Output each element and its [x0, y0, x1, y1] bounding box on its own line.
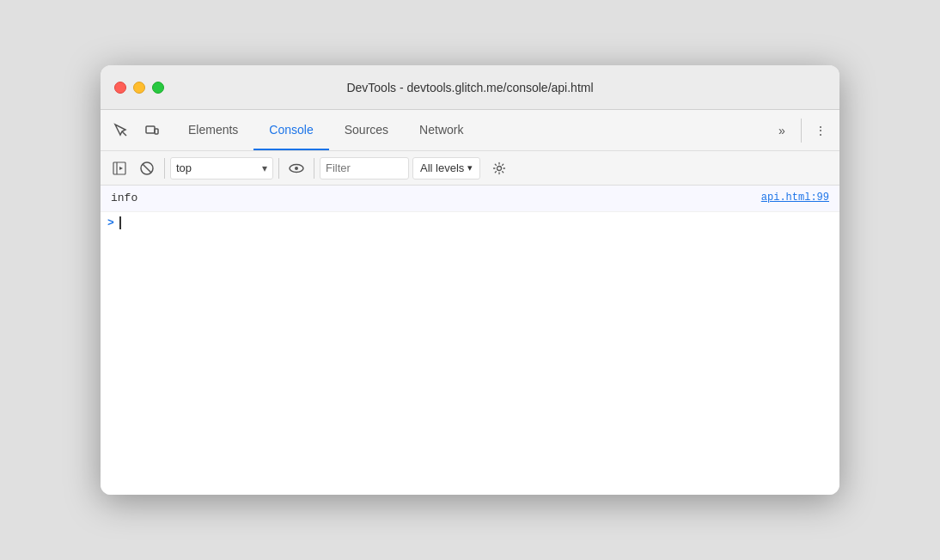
- console-settings-button[interactable]: [487, 156, 511, 180]
- tab-sources[interactable]: Sources: [329, 110, 404, 150]
- tabbar-right: » ⋮: [770, 119, 833, 143]
- filter-input-wrap[interactable]: [320, 157, 409, 180]
- console-prompt-icon: >: [107, 216, 114, 229]
- maximize-button[interactable]: [152, 82, 164, 94]
- context-label: top: [176, 161, 259, 174]
- tab-console[interactable]: Console: [253, 110, 328, 150]
- console-input-row[interactable]: >: [101, 212, 839, 234]
- traffic-lights: [114, 82, 164, 94]
- devtools-icons: [107, 117, 166, 144]
- svg-rect-2: [155, 129, 158, 134]
- tab-network[interactable]: Network: [404, 110, 479, 150]
- toolbar-divider-2: [278, 158, 279, 179]
- svg-line-7: [143, 164, 151, 173]
- devtools-window: DevTools - devtools.glitch.me/console/ap…: [101, 65, 839, 495]
- toolbar-divider-1: [164, 158, 165, 179]
- device-toggle-icon[interactable]: [138, 117, 166, 144]
- svg-line-0: [122, 131, 126, 136]
- tabbar-divider: [801, 119, 802, 143]
- minimize-button[interactable]: [133, 82, 145, 94]
- svg-marker-5: [119, 167, 123, 170]
- console-toolbar: top ▾ All levels ▾: [101, 151, 839, 186]
- log-levels-button[interactable]: All levels ▾: [412, 157, 480, 180]
- context-selector[interactable]: top ▾: [170, 157, 273, 180]
- more-tabs-button[interactable]: »: [770, 119, 794, 143]
- tab-elements[interactable]: Elements: [173, 110, 253, 150]
- svg-point-9: [295, 167, 298, 170]
- show-console-sidebar-button[interactable]: [107, 156, 131, 180]
- live-expressions-button[interactable]: [284, 156, 308, 180]
- devtools-menu-button[interactable]: ⋮: [809, 119, 833, 143]
- tabs: Elements Console Sources Network: [173, 110, 770, 150]
- window-title: DevTools - devtools.glitch.me/console/ap…: [346, 81, 593, 94]
- inspect-icon[interactable]: [107, 117, 135, 144]
- console-row-text: info: [111, 190, 761, 207]
- titlebar: DevTools - devtools.glitch.me/console/ap…: [101, 65, 839, 110]
- console-row: info api.html:99: [101, 186, 839, 212]
- levels-dropdown-icon: ▾: [467, 162, 473, 173]
- svg-rect-1: [146, 126, 155, 133]
- console-cursor: [119, 216, 121, 229]
- console-content: info api.html:99 >: [101, 186, 839, 495]
- log-levels-label: All levels: [420, 161, 464, 174]
- toolbar-divider-3: [314, 158, 314, 179]
- close-button[interactable]: [114, 82, 126, 94]
- filter-input[interactable]: [326, 161, 403, 174]
- console-row-link[interactable]: api.html:99: [761, 190, 829, 205]
- svg-point-10: [497, 166, 502, 170]
- clear-console-button[interactable]: [135, 156, 159, 180]
- context-dropdown-icon: ▾: [262, 162, 267, 174]
- tabbar: Elements Console Sources Network » ⋮: [101, 110, 839, 151]
